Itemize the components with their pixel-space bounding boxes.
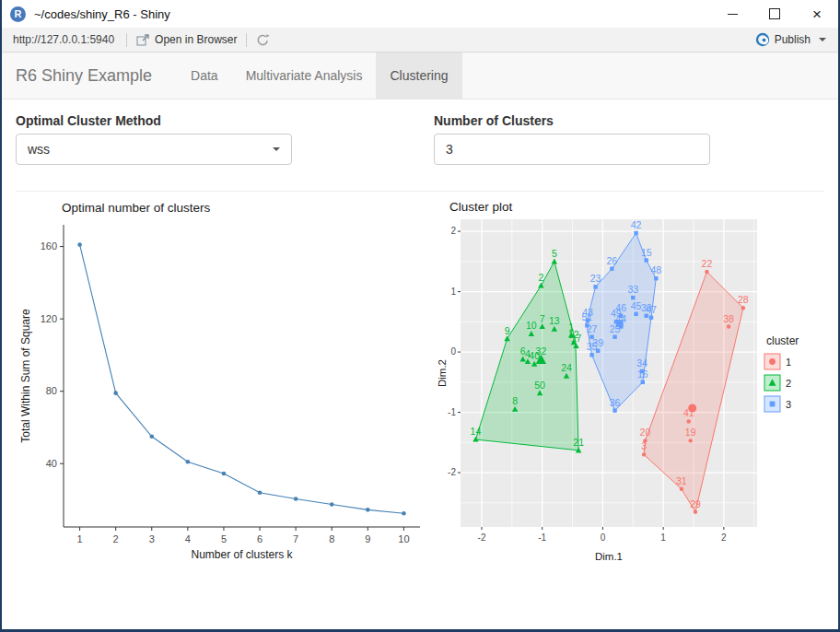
svg-text:42: 42: [631, 219, 642, 230]
svg-text:4: 4: [185, 533, 191, 544]
svg-text:7: 7: [540, 313, 545, 324]
svg-text:29: 29: [690, 498, 701, 509]
close-button[interactable]: ×: [796, 0, 838, 28]
svg-text:80: 80: [46, 385, 57, 396]
select-caret-icon: [273, 147, 280, 151]
svg-text:22: 22: [702, 258, 713, 269]
svg-text:2: 2: [786, 378, 791, 389]
maximize-icon: [769, 8, 780, 19]
svg-text:15: 15: [641, 247, 652, 258]
navbar: R6 Shiny Example DataMultivariate Analys…: [2, 53, 838, 99]
svg-text:35: 35: [587, 341, 598, 352]
svg-text:31: 31: [676, 475, 687, 486]
svg-text:20: 20: [640, 427, 651, 438]
svg-text:Optimal number of clusters: Optimal number of clusters: [62, 201, 211, 215]
publish-label: Publish: [775, 33, 811, 46]
svg-text:Cluster plot: Cluster plot: [449, 200, 513, 214]
svg-text:24: 24: [561, 362, 572, 373]
cluster-count-group: Number of Clusters: [420, 113, 838, 165]
clusters-input[interactable]: [434, 134, 710, 165]
tab-multivariate-analysis[interactable]: Multivariate Analysis: [232, 53, 377, 99]
svg-text:10: 10: [526, 320, 537, 331]
svg-text:50: 50: [534, 380, 545, 391]
divider: [16, 191, 824, 192]
svg-text:cluster: cluster: [766, 334, 799, 347]
svg-text:45: 45: [631, 300, 642, 311]
cluster-plot-container: Cluster plot2228384119203312952713109112…: [420, 197, 838, 574]
cluster-plot: Cluster plot2228384119203312952713109112…: [437, 197, 825, 570]
svg-text:3: 3: [149, 533, 155, 544]
svg-text:5: 5: [221, 533, 227, 544]
svg-text:2: 2: [113, 533, 119, 544]
svg-text:7: 7: [293, 533, 298, 544]
toolbar-separator: [126, 33, 127, 47]
svg-text:14: 14: [471, 426, 482, 437]
cluster-method-group: Optimal Cluster Method wss: [2, 113, 420, 165]
maximize-button[interactable]: [753, 0, 796, 28]
refresh-icon: [256, 33, 270, 47]
svg-text:3: 3: [786, 399, 791, 410]
svg-text:1: 1: [660, 533, 666, 543]
page-content: Optimal Cluster Method wss Number of Clu…: [2, 99, 838, 629]
elbow-chart: Optimal number of clusters40801201601234…: [18, 197, 427, 566]
svg-text:17: 17: [571, 333, 582, 344]
caret-down-icon: [819, 38, 826, 41]
tab-data[interactable]: Data: [177, 53, 232, 99]
svg-text:16: 16: [637, 369, 648, 380]
svg-text:2: 2: [538, 272, 543, 283]
svg-text:1: 1: [786, 357, 791, 368]
svg-text:51: 51: [581, 311, 592, 322]
svg-text:0: 0: [601, 533, 606, 543]
open-in-browser-icon: [136, 34, 150, 46]
publish-button[interactable]: Publish: [751, 30, 831, 49]
svg-text:Dim.1: Dim.1: [595, 551, 623, 562]
svg-text:13: 13: [549, 315, 560, 326]
viewer-toolbar: http://127.0.0.1:5940 Open in Browser Pu…: [2, 28, 838, 53]
refresh-button[interactable]: [251, 31, 274, 49]
minimize-button[interactable]: [711, 0, 753, 28]
tab-clustering[interactable]: Clustering: [376, 53, 461, 99]
svg-text:2: 2: [721, 533, 727, 543]
open-in-browser-label: Open in Browser: [155, 33, 237, 46]
title-bar: R ~/codes/shiny_R6 - Shiny ×: [2, 0, 838, 28]
tab-list: DataMultivariate AnalysisClustering: [177, 53, 461, 99]
svg-text:160: 160: [41, 240, 57, 252]
svg-text:21: 21: [573, 437, 584, 448]
svg-text:8: 8: [329, 533, 334, 544]
svg-text:28: 28: [738, 294, 749, 305]
svg-text:2: 2: [450, 226, 456, 236]
svg-text:1: 1: [450, 287, 456, 297]
svg-text:33: 33: [627, 284, 638, 295]
minimize-icon: [728, 14, 738, 15]
svg-text:-2: -2: [478, 533, 486, 543]
r-logo-icon: R: [10, 6, 26, 22]
elbow-plot-container: Optimal number of clusters40801201601234…: [2, 197, 420, 574]
svg-text:9: 9: [365, 533, 370, 544]
svg-text:Dim.2: Dim.2: [437, 359, 448, 387]
svg-text:36: 36: [610, 397, 621, 408]
svg-text:5: 5: [552, 248, 557, 259]
method-select-value: wss: [28, 142, 50, 157]
method-select[interactable]: wss: [16, 134, 292, 165]
svg-text:120: 120: [41, 313, 57, 324]
svg-text:47: 47: [646, 304, 657, 315]
svg-text:-1: -1: [538, 533, 546, 543]
app-window: R ~/codes/shiny_R6 - Shiny × http://127.…: [0, 0, 840, 632]
clusters-label: Number of Clusters: [434, 113, 824, 128]
svg-text:23: 23: [590, 273, 601, 284]
svg-text:0: 0: [450, 346, 456, 357]
svg-text:-1: -1: [448, 407, 456, 417]
svg-text:19: 19: [685, 427, 696, 438]
navbar-brand: R6 Shiny Example: [2, 53, 166, 99]
svg-text:26: 26: [606, 255, 617, 266]
controls-row: Optimal Cluster Method wss Number of Clu…: [2, 113, 838, 165]
method-label: Optimal Cluster Method: [16, 113, 406, 128]
svg-text:1: 1: [77, 533, 83, 544]
svg-text:3: 3: [641, 440, 647, 451]
open-in-browser-button[interactable]: Open in Browser: [132, 31, 241, 48]
svg-text:40: 40: [46, 458, 57, 469]
svg-text:48: 48: [650, 264, 661, 275]
svg-text:34: 34: [636, 357, 648, 369]
close-icon: ×: [812, 6, 822, 22]
toolbar-separator: [246, 33, 247, 47]
